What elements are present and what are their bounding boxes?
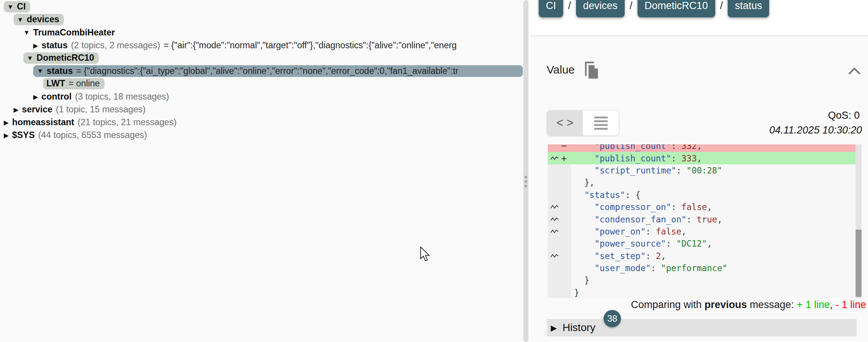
diff-code-line: "publish_count": 332, [571,144,702,151]
sparkline-icon [550,253,559,259]
collapse-triangle-icon[interactable]: ▼ [23,29,30,37]
topic-chip: ▼DometicRC10 [23,52,99,64]
expand-triangle-icon[interactable]: ▶ [4,132,9,140]
raw-view-button[interactable] [583,110,619,135]
diff-row-normal: "compressor_on": false, [548,201,856,213]
value-view-toggle: <> [547,110,619,136]
lines-removed-label: - 1 line [836,299,866,310]
topic-name: TrumaCombiHeater [33,28,115,38]
comparing-summary: Comparing with previous message: + 1 lin… [631,299,866,311]
code-view-icon: <> [553,116,577,130]
comparing-emphasis: previous [705,299,747,310]
diff-gutter [548,225,571,238]
topic-value-preview: = {"air":{"mode":"normal","target":"off"… [164,40,457,51]
breadcrumb-separator: / [720,0,723,12]
history-accordion[interactable]: ▶ History [547,319,857,336]
diff-code-line: "set_step": 2, [571,251,666,261]
breadcrumb-item-devices[interactable]: devices [576,0,625,17]
topic-counts: (21 topics, 21 messages) [78,117,177,127]
message-timestamp: 04.11.2025 10:30:20 [769,124,862,136]
expand-triangle-icon[interactable]: ▶ [33,42,38,50]
tree-row-$sys[interactable]: ▶$SYS(44 topics, 6553 messages) [0,129,523,141]
diff-row-normal: } [548,274,856,286]
diff-gutter: − [548,144,571,152]
tree-row-service[interactable]: ▶service(1 topic, 15 messages) [0,103,523,116]
breadcrumb-separator: / [630,0,633,12]
diff-code-line: "publish_count": 333, [571,153,702,163]
topic-name: homeassistant [12,117,74,127]
json-diff-viewer: −"publish_count": 332,+"publish_count": … [548,144,862,298]
diff-scrollbar-thumb[interactable] [856,230,862,297]
diff-row-normal: "power_source": "DC12", [548,238,856,250]
diff-code-line: "script_runtime": "00:28" [571,166,722,175]
topic-name: $SYS [12,130,35,140]
diff-gutter [548,176,571,189]
code-view-button[interactable]: <> [547,110,583,135]
diff-code-line: } [571,275,590,285]
tree-row-status[interactable]: ▶status(2 topics, 2 messages)= {"air":{"… [0,39,523,52]
tree-row-ci[interactable]: ▼CI [0,0,523,13]
tree-row-homeassistant[interactable]: ▶homeassistant(21 topics, 21 messages) [0,116,523,129]
topic-tree-panel: ▼CI▼devices▼TrumaCombiHeater▶status(2 to… [0,0,523,342]
topic-name: status [47,66,73,76]
expand-triangle-icon[interactable]: ▶ [14,106,18,114]
sparkline-icon [550,204,559,210]
diff-code-line: "user_mode": "performance" [571,263,727,273]
history-count-badge: 38 [604,310,621,327]
tree-row-control[interactable]: ▶control(3 topics, 18 messages) [0,90,523,103]
topic-name: service [22,104,52,115]
diff-row-normal: "set_step": 2, [548,250,856,262]
diff-gutter [548,164,571,176]
panel-resize-divider[interactable] [523,0,528,342]
comparing-prefix: Comparing with [631,299,704,310]
diff-gutter [548,201,571,213]
diff-code-line: "status": { [571,190,641,200]
topic-counts: (44 topics, 6553 messages) [38,130,147,140]
diff-gutter: + [548,152,571,164]
collapse-triangle-icon[interactable]: ▼ [7,3,14,11]
breadcrumb-item-status[interactable]: status [728,0,769,17]
topic-chip: ▼CI [4,1,30,12]
diff-removed-icon: − [561,144,567,151]
sparkline-icon [550,229,559,234]
expand-triangle-icon[interactable]: ▶ [33,93,38,101]
topic-name: LWT [46,78,65,89]
collapse-triangle-icon[interactable]: ▼ [17,16,23,24]
breadcrumb-separator: / [568,0,571,12]
topic-chip: LWT= online [43,78,104,89]
diff-code-line: }, [571,178,595,187]
diff-row-normal: "condensor_fan_on": true, [548,213,856,225]
comparing-middle: message: [747,299,797,310]
topic-name: control [41,92,72,102]
topic-value-preview: = online [69,78,100,89]
diff-row-normal: } [548,287,856,298]
drag-handle-dot [525,185,527,187]
tree-row-lwt[interactable]: LWT= online [0,77,523,90]
diff-gutter [548,250,571,262]
tree-row-devices[interactable]: ▼devices [0,13,523,26]
list-view-icon [594,117,608,130]
tree-row-status[interactable]: ▼status= {"diagnostics":{"ai_type":"glob… [0,64,523,77]
collapse-triangle-icon[interactable]: ▼ [27,55,33,62]
selected-topic-highlight: ▼status= {"diagnostics":{"ai_type":"glob… [33,65,523,77]
diff-gutter [548,287,571,298]
qos-label: QoS: 0 [828,110,860,121]
sparkline-icon [550,156,559,161]
diff-row-normal: "status": { [548,189,856,201]
tree-row-dometicrc10[interactable]: ▼DometicRC10 [0,52,523,64]
lines-added-label: + 1 line [797,299,830,310]
topic-value-preview: = {"diagnostics":{"ai_type":"global","al… [76,66,458,76]
breadcrumb-item-ci[interactable]: CI [539,0,563,17]
tree-row-trumacombiheater[interactable]: ▼TrumaCombiHeater [0,26,523,39]
breadcrumb-item-dometicrc10[interactable]: DometicRC10 [638,0,715,17]
topic-counts: (1 topic, 15 messages) [56,104,146,115]
diff-code-line: "power_on": false, [571,227,687,236]
copy-icon[interactable] [583,61,601,80]
collapse-triangle-icon[interactable]: ▼ [37,67,43,75]
expand-triangle-icon[interactable]: ▶ [4,119,9,127]
chevron-up-icon[interactable] [848,67,861,76]
value-panel: Value <> QoS: 0 04.11.2025 10 [529,36,868,342]
diff-scrollbar [856,144,862,298]
diff-gutter [548,274,571,286]
topic-name: devices [27,14,59,25]
